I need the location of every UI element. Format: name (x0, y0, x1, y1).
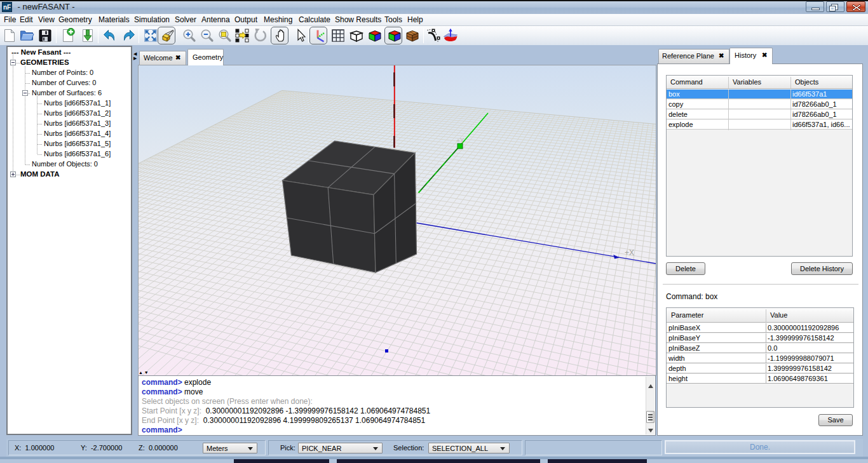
svg-text:+Y: +Y (456, 137, 465, 144)
svg-text:+X: +X (625, 248, 634, 257)
